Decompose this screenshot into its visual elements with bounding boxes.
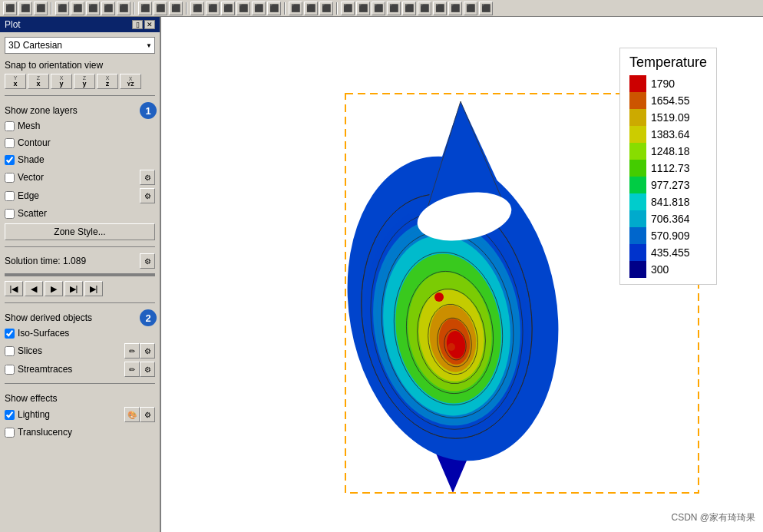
scatter-checkbox[interactable] xyxy=(5,209,15,219)
toolbar-btn-30[interactable]: ⬛ xyxy=(479,2,493,15)
mesh-label: Mesh xyxy=(18,121,40,131)
colorbar-row-6: 977.273 xyxy=(629,177,707,193)
edge-checkbox[interactable] xyxy=(5,191,15,201)
streamtraces-edit-btn[interactable]: ✏ xyxy=(124,362,140,377)
toolbar-sep-3 xyxy=(186,2,187,15)
toolbar-btn-8[interactable]: ⬛ xyxy=(117,2,130,15)
plot-type-select[interactable]: 3D Cartesian 2D Cartesian Polar Sketch xyxy=(5,37,155,54)
toolbar-btn-25[interactable]: ⬛ xyxy=(402,2,416,15)
toolbar-btn-15[interactable]: ⬛ xyxy=(236,2,250,15)
panel-restore-btn[interactable]: ▯ xyxy=(132,20,143,29)
toolbar-btn-6[interactable]: ⬛ xyxy=(86,2,100,15)
vector-checkbox[interactable] xyxy=(5,173,15,183)
color-swatch-0 xyxy=(629,75,646,92)
translucency-checkbox[interactable] xyxy=(5,428,15,438)
toolbar-btn-16[interactable]: ⬛ xyxy=(252,2,266,15)
iso-surfaces-row: Iso-Surfaces xyxy=(5,326,155,340)
snap-btn-zx[interactable]: Zx xyxy=(28,74,49,89)
play-forward-btn[interactable]: ▶ xyxy=(45,281,63,296)
lighting-color-btn[interactable]: 🎨 xyxy=(124,407,140,422)
toolbar-sep-5 xyxy=(336,2,338,15)
toolbar-btn-27[interactable]: ⬛ xyxy=(433,2,447,15)
contour-row: Contour xyxy=(5,136,155,150)
colorbar-row-2: 1519.09 xyxy=(629,109,707,126)
toolbar-btn-22[interactable]: ⬛ xyxy=(356,2,370,15)
toolbar-btn-9[interactable]: ⬛ xyxy=(138,2,152,15)
toolbar-btn-18[interactable]: ⬛ xyxy=(289,2,302,15)
color-swatch-10 xyxy=(629,244,646,261)
colorbar-row-1: 1654.55 xyxy=(629,92,707,109)
toolbar-btn-3[interactable]: ⬛ xyxy=(34,2,48,15)
color-swatch-2 xyxy=(629,109,646,126)
effects-label: Show effects xyxy=(5,393,155,404)
zone-style-button[interactable]: Zone Style... xyxy=(5,223,155,240)
divider-1 xyxy=(5,95,155,96)
toolbar-btn-28[interactable]: ⬛ xyxy=(448,2,462,15)
toolbar-btn-10[interactable]: ⬛ xyxy=(154,2,167,15)
toolbar-btn-11[interactable]: ⬛ xyxy=(169,2,183,15)
shade-checkbox[interactable] xyxy=(5,155,15,165)
toolbar-btn-26[interactable]: ⬛ xyxy=(418,2,431,15)
edge-settings-btn[interactable]: ⚙ xyxy=(140,188,155,203)
contour-checkbox[interactable] xyxy=(5,138,15,148)
slices-settings-btn[interactable]: ⚙ xyxy=(140,343,155,359)
lighting-settings-btn[interactable]: ⚙ xyxy=(140,407,155,422)
toolbar-btn-13[interactable]: ⬛ xyxy=(206,2,220,15)
streamtraces-checkbox[interactable] xyxy=(5,365,15,375)
colorbar-row-3: 1383.64 xyxy=(629,126,707,143)
play-prev-btn[interactable]: ◀ xyxy=(25,281,43,296)
snap-btn-xy[interactable]: Xy xyxy=(51,74,72,89)
mesh-checkbox[interactable] xyxy=(5,121,15,131)
streamtraces-settings-btn[interactable]: ⚙ xyxy=(140,362,155,377)
toolbar-btn-4[interactable]: ⬛ xyxy=(55,2,69,15)
toolbar-btn-29[interactable]: ⬛ xyxy=(464,2,477,15)
mesh-row: Mesh xyxy=(5,119,155,133)
left-panel: Plot ▯ ✕ 3D Cartesian 2D Cartesian Polar… xyxy=(0,17,161,532)
derived-objects-label: Show derived objects xyxy=(5,312,155,323)
snap-btn-yx[interactable]: Yx xyxy=(5,74,26,89)
toolbar-btn-14[interactable]: ⬛ xyxy=(221,2,235,15)
visualization-area[interactable]: Temperature 1790 1654.55 1519.09 1383.64 xyxy=(161,17,763,532)
solution-time-settings-btn[interactable]: ⚙ xyxy=(140,253,155,269)
colorbar-row-7: 841.818 xyxy=(629,193,707,210)
toolbar-btn-12[interactable]: ⬛ xyxy=(190,2,204,15)
iso-surfaces-checkbox[interactable] xyxy=(5,329,15,339)
play-first-btn[interactable]: |◀ xyxy=(5,281,23,296)
play-next-btn[interactable]: ▶| xyxy=(64,281,83,296)
toolbar-btn-5[interactable]: ⬛ xyxy=(71,2,84,15)
lighting-label: Lighting xyxy=(18,409,50,420)
play-last-btn[interactable]: ▶| xyxy=(84,281,103,296)
color-swatch-4 xyxy=(629,143,646,160)
toolbar-btn-2[interactable]: ⬛ xyxy=(18,2,32,15)
solution-time-slider[interactable] xyxy=(5,273,155,276)
slices-row: Slices ✏ ⚙ xyxy=(5,343,155,359)
colorbar-label-7: 841.818 xyxy=(651,196,690,208)
main-area: Plot ▯ ✕ 3D Cartesian 2D Cartesian Polar… xyxy=(0,17,763,532)
translucency-row: Translucency xyxy=(5,425,155,439)
toolbar-btn-23[interactable]: ⬛ xyxy=(372,2,385,15)
colorbar-label-1: 1654.55 xyxy=(651,94,690,107)
edge-row: Edge ⚙ xyxy=(5,188,155,203)
shade-label: Shade xyxy=(18,154,45,165)
playback-row: |◀ ◀ ▶ ▶| ▶| xyxy=(5,281,155,296)
toolbar-btn-1[interactable]: ⬛ xyxy=(3,2,17,15)
toolbar-btn-19[interactable]: ⬛ xyxy=(304,2,318,15)
toolbar-btn-20[interactable]: ⬛ xyxy=(319,2,333,15)
lighting-row: Lighting 🎨 ⚙ xyxy=(5,407,155,422)
toolbar-btn-7[interactable]: ⬛ xyxy=(101,2,115,15)
snap-btn-zy[interactable]: Zy xyxy=(74,74,95,89)
lighting-checkbox[interactable] xyxy=(5,410,15,420)
slices-edit-btn[interactable]: ✏ xyxy=(124,343,140,359)
color-swatch-11 xyxy=(629,261,646,278)
slices-checkbox[interactable] xyxy=(5,346,15,356)
snap-btn-xz[interactable]: Xz xyxy=(97,74,118,89)
toolbar-btn-17[interactable]: ⬛ xyxy=(267,2,281,15)
vector-settings-btn[interactable]: ⚙ xyxy=(140,170,155,185)
toolbar-btn-24[interactable]: ⬛ xyxy=(387,2,401,15)
panel-close-btn[interactable]: ✕ xyxy=(144,20,155,29)
colorbar-label-0: 1790 xyxy=(651,78,675,90)
badge-1: 1 xyxy=(140,102,157,119)
toolbar-btn-21[interactable]: ⬛ xyxy=(341,2,355,15)
toolbar-sep-1 xyxy=(51,2,52,15)
snap-btn-xy2[interactable]: XYZ xyxy=(120,74,141,89)
